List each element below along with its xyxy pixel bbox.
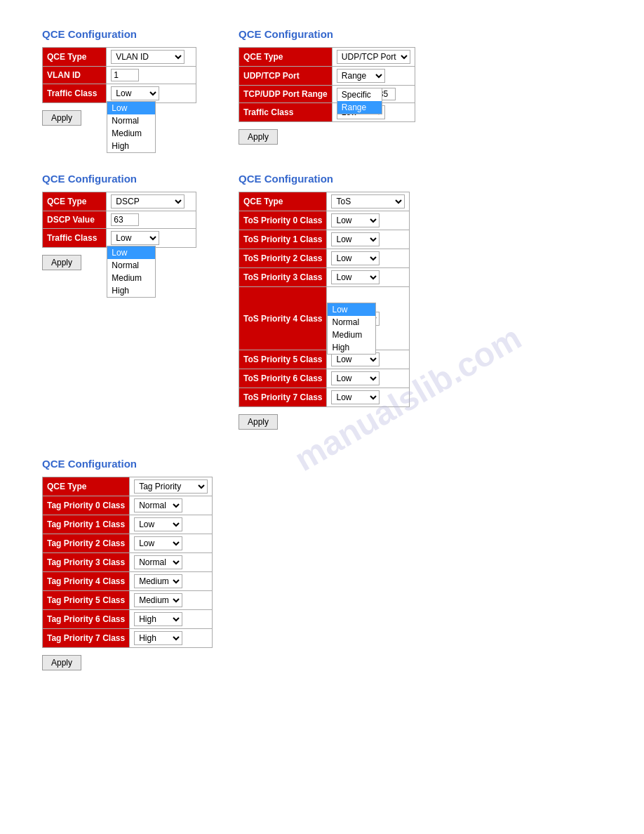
table-row: ToS Priority 6 Class LowNormalMediumHigh	[239, 369, 410, 388]
value-tag-p5[interactable]: LowNormalMediumHigh	[130, 591, 213, 610]
value-tag-p4[interactable]: LowNormalMediumHigh	[130, 572, 213, 591]
value-qce-type-tag[interactable]: VLAN ID UDP/TCP Port DSCP ToS Tag Priori…	[130, 477, 213, 496]
qce-table-tos: QCE Type VLAN ID UDP/TCP Port DSCP ToS T…	[239, 192, 410, 407]
select-tos-p5[interactable]: LowNormalMediumHigh	[331, 352, 380, 366]
table-row: Tag Priority 2 Class LowNormalMediumHigh	[43, 534, 213, 553]
qce-table-udp: QCE Type VLAN ID UDP/TCP Port DSCP ToS T…	[239, 47, 415, 122]
qce-section-udp: QCE Configuration QCE Type VLAN ID UDP/T…	[239, 28, 415, 145]
qce-table-tagpriority: QCE Type VLAN ID UDP/TCP Port DSCP ToS T…	[42, 477, 213, 648]
label-qce-type-tag: QCE Type	[43, 477, 130, 496]
label-dscp-value: DSCP Value	[43, 211, 107, 229]
select-qce-type-dscp[interactable]: VLAN ID UDP/TCP Port DSCP ToS Tag Priori…	[111, 194, 185, 208]
apply-button-dscp[interactable]: Apply	[42, 255, 81, 270]
value-dscp-value[interactable]	[107, 211, 196, 229]
value-qce-type-udp[interactable]: VLAN ID UDP/TCP Port DSCP ToS Tag Priori…	[332, 48, 415, 67]
qce-section-tagpriority: QCE Configuration QCE Type VLAN ID UDP/T…	[42, 458, 602, 670]
opt-medium-dscp[interactable]: Medium	[107, 272, 155, 284]
opt-low[interactable]: Low	[107, 102, 155, 114]
table-row: QCE Type VLAN ID UDP/TCP Port DSCP ToS T…	[239, 48, 415, 67]
select-tos-p2[interactable]: LowNormalMediumHigh	[331, 251, 380, 265]
table-row: Tag Priority 7 Class LowNormalMediumHigh	[43, 629, 213, 648]
select-qce-type-tos[interactable]: VLAN ID UDP/TCP Port DSCP ToS Tag Priori…	[331, 194, 405, 208]
value-tag-p1[interactable]: LowNormalMediumHigh	[130, 515, 213, 534]
opt-normal-dscp[interactable]: Normal	[107, 259, 155, 272]
dropdown-tos-p4[interactable]: Low Normal Medium High	[327, 303, 376, 355]
apply-button-tos[interactable]: Apply	[239, 414, 278, 430]
table-row: ToS Priority 7 Class LowNormalMediumHigh	[239, 388, 410, 407]
value-qce-type[interactable]: VLAN ID UDP/TCP Port DSCP ToS Tag Priori…	[107, 48, 196, 67]
table-row: DSCP Value	[43, 211, 196, 229]
value-tos-p4[interactable]: LowNormalMediumHigh Low Normal Medium Hi…	[327, 287, 410, 350]
opt-low-dscp[interactable]: Low	[107, 246, 155, 259]
label-tos-p4: ToS Priority 4 Class	[239, 287, 327, 350]
select-qce-type-vlan[interactable]: VLAN ID UDP/TCP Port DSCP ToS Tag Priori…	[111, 50, 185, 64]
table-row: Traffic Class Low Normal Medium High	[43, 229, 196, 248]
label-tag-p6: Tag Priority 6 Class	[43, 610, 130, 629]
opt-high[interactable]: High	[107, 140, 155, 152]
value-tos-p1[interactable]: LowNormalMediumHigh	[327, 230, 410, 249]
value-tos-p6[interactable]: LowNormalMediumHigh	[327, 369, 410, 388]
opt-medium-tos4[interactable]: Medium	[328, 329, 375, 341]
value-qce-type-dscp[interactable]: VLAN ID UDP/TCP Port DSCP ToS Tag Priori…	[107, 192, 196, 211]
opt-medium[interactable]: Medium	[107, 127, 155, 140]
select-tos-p3[interactable]: LowNormalMediumHigh	[331, 270, 380, 284]
opt-normal[interactable]: Normal	[107, 114, 155, 127]
value-qce-type-tos[interactable]: VLAN ID UDP/TCP Port DSCP ToS Tag Priori…	[327, 192, 410, 211]
label-qce-type-tos: QCE Type	[239, 192, 327, 211]
value-tos-p0[interactable]: LowNormalMediumHigh	[327, 211, 410, 230]
value-traffic-class-vlan[interactable]: Low Normal Medium High Low Normal Medium	[107, 84, 196, 103]
select-tag-p7[interactable]: LowNormalMediumHigh	[134, 631, 182, 645]
range-dropdown-list[interactable]: Specific Range	[337, 88, 382, 114]
dropdown-traffic-class-vlan[interactable]: Low Normal Medium High	[107, 101, 156, 153]
opt-range[interactable]: Range	[337, 101, 382, 114]
input-vlan-id[interactable]	[111, 69, 139, 81]
opt-low-tos4[interactable]: Low	[328, 303, 375, 316]
value-traffic-class-dscp[interactable]: Low Normal Medium High Low Normal Medium	[107, 229, 196, 248]
dropdown-traffic-class-dscp[interactable]: Low Normal Medium High	[107, 246, 156, 298]
select-udp-tcp-port[interactable]: Specific Range	[337, 69, 385, 83]
value-udp-tcp-port[interactable]: Specific Range	[332, 67, 415, 86]
select-tos-p6[interactable]: LowNormalMediumHigh	[331, 371, 380, 385]
select-traffic-class-vlan[interactable]: Low Normal Medium High	[111, 86, 159, 100]
value-tos-p3[interactable]: LowNormalMediumHigh	[327, 268, 410, 287]
label-vlan-id: VLAN ID	[43, 67, 107, 84]
select-tag-p1[interactable]: LowNormalMediumHigh	[134, 517, 182, 531]
table-row: Tag Priority 6 Class LowNormalMediumHigh	[43, 610, 213, 629]
opt-high-tos4[interactable]: High	[328, 341, 375, 354]
opt-specific-range[interactable]: Specific	[337, 88, 382, 101]
table-row: ToS Priority 4 Class LowNormalMediumHigh…	[239, 287, 410, 350]
select-qce-type-udp[interactable]: VLAN ID UDP/TCP Port DSCP ToS Tag Priori…	[337, 50, 410, 64]
select-tag-p4[interactable]: LowNormalMediumHigh	[134, 574, 182, 588]
apply-button-udp[interactable]: Apply	[239, 129, 278, 145]
opt-normal-tos4[interactable]: Normal	[328, 316, 375, 329]
select-tos-p0[interactable]: LowNormalMediumHigh	[331, 213, 380, 227]
input-dscp-value[interactable]	[111, 213, 139, 226]
value-tos-p2[interactable]: LowNormalMediumHigh	[327, 249, 410, 268]
value-tcp-udp-range[interactable]: Range Specific Range	[332, 86, 415, 103]
value-tag-p0[interactable]: LowNormalMediumHigh	[130, 496, 213, 515]
select-tag-p5[interactable]: LowNormalMediumHigh	[134, 593, 182, 607]
select-tag-p0[interactable]: LowNormalMediumHigh	[134, 498, 182, 512]
select-tag-p2[interactable]: LowNormalMediumHigh	[134, 536, 182, 550]
value-tag-p6[interactable]: LowNormalMediumHigh	[130, 610, 213, 629]
select-tos-p7[interactable]: LowNormalMediumHigh	[331, 390, 380, 404]
apply-button-tagpriority[interactable]: Apply	[42, 655, 81, 670]
value-tos-p7[interactable]: LowNormalMediumHigh	[327, 388, 410, 407]
value-vlan-id[interactable]	[107, 67, 196, 84]
qce-section-tos: QCE Configuration QCE Type VLAN ID UDP/T…	[239, 173, 410, 430]
table-row: QCE Type VLAN ID UDP/TCP Port DSCP ToS T…	[43, 48, 196, 67]
label-tcp-udp-range: TCP/UDP Port Range	[239, 86, 333, 103]
select-traffic-class-dscp[interactable]: Low Normal Medium High	[111, 231, 159, 245]
apply-button-vlan[interactable]: Apply	[42, 110, 81, 126]
opt-high-dscp[interactable]: High	[107, 284, 155, 297]
select-tag-p3[interactable]: LowNormalMediumHigh	[134, 555, 182, 569]
label-traffic-class: Traffic Class	[43, 84, 107, 103]
label-traffic-class-dscp: Traffic Class	[43, 229, 107, 248]
value-tag-p3[interactable]: LowNormalMediumHigh	[130, 553, 213, 572]
select-qce-type-tag[interactable]: VLAN ID UDP/TCP Port DSCP ToS Tag Priori…	[134, 479, 208, 494]
select-tag-p6[interactable]: LowNormalMediumHigh	[134, 612, 182, 626]
label-tos-p5: ToS Priority 5 Class	[239, 350, 327, 369]
select-tos-p1[interactable]: LowNormalMediumHigh	[331, 232, 380, 246]
value-tag-p7[interactable]: LowNormalMediumHigh	[130, 629, 213, 648]
value-tag-p2[interactable]: LowNormalMediumHigh	[130, 534, 213, 553]
